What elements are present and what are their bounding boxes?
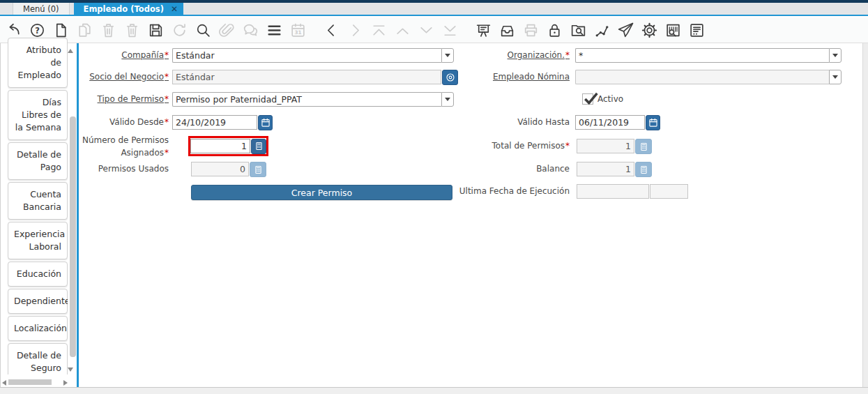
total-leaves-label: Total de Permisos* — [430, 139, 570, 153]
chevron-down-icon — [445, 98, 450, 101]
assigned-leaves-field-highlighted — [188, 136, 268, 156]
payroll-employee-label: Empleado Nómina — [430, 70, 570, 84]
content-right-scroll-strip[interactable] — [862, 43, 868, 387]
previous-record-icon[interactable] — [323, 22, 340, 39]
assigned-leaves-input[interactable] — [190, 139, 250, 153]
sidebar-tab-educacion[interactable]: Educación — [8, 262, 68, 287]
active-checkbox[interactable]: Activo — [582, 93, 623, 105]
business-partner-label: Socio del Negocio* — [79, 70, 169, 84]
application-window: Menú (0) Empleado (Todos) ✕ ?31 Atributo… — [0, 0, 868, 394]
archive-icon[interactable] — [498, 22, 516, 39]
close-icon[interactable]: ✕ — [171, 4, 178, 14]
attachment-icon — [218, 22, 236, 39]
balance-input — [577, 162, 634, 176]
scroll-down-icon[interactable] — [68, 368, 73, 372]
required-marker: * — [165, 117, 169, 127]
company-input[interactable] — [172, 48, 441, 63]
chevron-down-icon — [832, 75, 838, 79]
calendar-icon — [648, 118, 658, 128]
leave-type-dropdown-button[interactable] — [441, 92, 454, 107]
find-icon[interactable] — [195, 22, 212, 39]
sidebar-tab-cuenta-bancaria[interactable]: Cuenta Bancaria — [8, 182, 68, 220]
calculator-icon — [639, 165, 648, 174]
send-request-icon[interactable] — [617, 22, 634, 39]
detail-record-icon — [418, 22, 435, 39]
assigned-leaves-calculator-button[interactable] — [251, 139, 266, 154]
sidebar-tab-detalle-de-seguro[interactable]: Detalle de Seguro — [8, 343, 68, 374]
organization-dropdown-button[interactable] — [829, 48, 842, 63]
horizontal-scroll-thumb[interactable] — [8, 379, 52, 385]
payroll-employee-dropdown-button[interactable] — [829, 70, 842, 84]
private-lock-icon[interactable] — [546, 22, 563, 39]
leave-type-combo — [172, 92, 454, 107]
required-marker: * — [165, 72, 169, 82]
window-bottom-scrollbar[interactable] — [0, 387, 868, 394]
required-marker: * — [165, 94, 169, 104]
scroll-left-icon[interactable] — [2, 380, 6, 386]
sidebar-tab-detalle-de-pago[interactable]: Detalle de Pago — [8, 142, 68, 180]
tab-empleado[interactable]: Empleado (Todos) ✕ — [74, 3, 183, 15]
last-run-label: Ultima Fecha de Ejecución — [430, 184, 570, 199]
total-leaves-input — [577, 139, 634, 153]
workflow-icon[interactable] — [593, 22, 611, 39]
svg-text:?: ? — [35, 25, 40, 35]
workflow-board-icon[interactable] — [475, 22, 492, 39]
assigned-leaves-label: Número de Permisos Asignados* — [79, 134, 169, 159]
balance-calculator-button — [635, 162, 652, 177]
zoom-across-icon[interactable] — [570, 22, 587, 39]
scroll-right-icon[interactable] — [63, 380, 68, 386]
first-record-icon — [370, 22, 388, 39]
last-run-time-input — [650, 184, 688, 199]
checkmark-icon — [583, 91, 598, 106]
svg-text:31: 31 — [294, 29, 301, 35]
tab-empleado-label: Empleado (Todos) — [84, 4, 164, 14]
company-combo — [172, 48, 454, 63]
valid-from-input[interactable] — [172, 115, 257, 130]
tab-menu[interactable]: Menú (0) — [13, 3, 70, 15]
new-record-icon[interactable] — [52, 22, 70, 39]
sidebar-tab-atributo-de-empleado[interactable]: Atributo de Empleado — [8, 38, 68, 88]
used-leaves-label: Permisos Usados — [79, 162, 169, 176]
sidebar-tab-dias-libres-de-la-semana[interactable]: Días Libres de la Semana — [8, 90, 68, 140]
chat-icon — [242, 22, 259, 39]
product-search-icon[interactable] — [664, 22, 682, 39]
sidebar-tab-localizacion[interactable]: Localización — [8, 316, 68, 341]
required-marker: * — [565, 50, 570, 60]
calendar-icon: 31 — [289, 22, 307, 39]
create-leave-button[interactable]: Crear Permiso — [191, 185, 452, 200]
sidebar-vertical-scrollbar[interactable] — [70, 116, 76, 357]
form-panel: Compañía* Organización.* Socio del Negoc… — [77, 43, 868, 387]
checkbox-box — [582, 93, 593, 105]
required-marker: * — [165, 50, 169, 60]
total-leaves-calculator-button — [635, 139, 652, 154]
used-leaves-input — [191, 162, 249, 176]
grid-toggle-icon[interactable] — [266, 22, 283, 39]
balance-label: Balance — [430, 162, 570, 176]
delete-selection-icon — [123, 22, 141, 39]
calculator-icon — [254, 165, 263, 174]
leave-type-input[interactable] — [172, 92, 441, 107]
sidebar-horizontal-scrollbar[interactable] — [1, 379, 69, 386]
organization-input[interactable] — [575, 48, 829, 63]
valid-from-calendar-button[interactable] — [258, 115, 273, 130]
required-marker: * — [565, 141, 570, 151]
report-icon[interactable] — [688, 22, 706, 39]
used-leaves-calculator-button — [250, 162, 266, 177]
valid-to-input[interactable] — [575, 115, 645, 130]
valid-to-calendar-button[interactable] — [646, 115, 660, 130]
undo-icon[interactable] — [5, 22, 22, 39]
sidebar-tab-dependiente[interactable]: Dependiente — [8, 289, 68, 314]
last-record-icon — [441, 22, 459, 39]
next-record-icon — [347, 22, 364, 39]
help-icon[interactable]: ? — [29, 22, 46, 39]
leave-type-label: Tipo de Permiso* — [79, 92, 169, 107]
chevron-down-icon — [832, 54, 838, 57]
payroll-employee-combo — [575, 70, 842, 84]
settings-icon[interactable] — [641, 22, 658, 39]
scroll-up-icon[interactable] — [68, 49, 73, 53]
save-icon[interactable] — [147, 22, 165, 39]
sidebar-tab-experiencia-laboral[interactable]: Experiencia Laboral — [8, 222, 68, 259]
window-tab-bar: Menú (0) Empleado (Todos) ✕ — [0, 3, 868, 16]
delete-record-icon — [100, 22, 117, 39]
business-partner-input — [172, 70, 441, 84]
